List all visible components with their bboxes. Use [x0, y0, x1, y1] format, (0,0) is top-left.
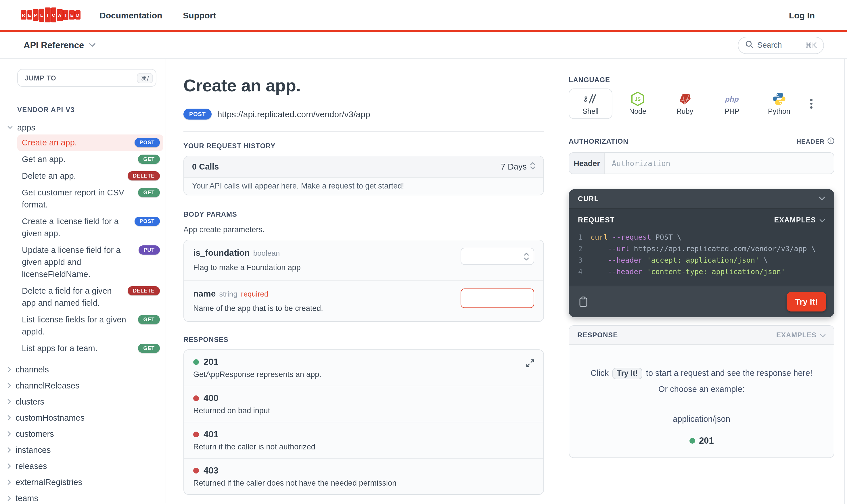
sidebar-group-channelReleases[interactable]: channelReleases: [7, 378, 165, 394]
jump-to-box[interactable]: ⌘/: [17, 69, 156, 87]
sidebar-endpoint-item[interactable]: Delete an app.DELETE: [17, 168, 163, 184]
sidebar-group-customHostnames[interactable]: customHostnames: [7, 410, 165, 426]
group-label: clusters: [16, 397, 44, 406]
main-column: Create an app. POST https://api.replicat…: [166, 59, 557, 503]
language-option-php[interactable]: php PHP: [710, 89, 754, 119]
chevron-down-icon: [819, 216, 825, 224]
name-param-input[interactable]: [461, 288, 534, 308]
endpoint-url-row: POST https://api.replicated.com/vendor/v…: [183, 109, 544, 120]
sidebar-endpoint-item[interactable]: Delete a field for a given app and named…: [17, 283, 163, 311]
try-it-button[interactable]: Try It!: [786, 292, 826, 311]
response-row-201[interactable]: 201GetAppResponse represents an app.: [184, 350, 543, 385]
method-badge: GET: [138, 315, 160, 324]
error-dot-icon: [193, 432, 199, 437]
method-badge: GET: [138, 155, 160, 164]
param-required-flag: required: [241, 290, 268, 298]
error-dot-icon: [193, 395, 199, 401]
svg-text:JS: JS: [635, 96, 641, 102]
brand-divider: [0, 30, 847, 32]
response-hint-line: Click Try It! to start a request and see…: [583, 368, 820, 379]
body-params-panel: is_foundationboolean Flag to make a Foun…: [183, 240, 544, 322]
authorization-input[interactable]: [605, 153, 834, 174]
log-in-link[interactable]: Log In: [789, 10, 815, 20]
response-examples-dropdown[interactable]: EXAMPLES: [776, 331, 826, 339]
chevron-down-icon: [820, 331, 826, 339]
response-row-401[interactable]: 401Return if the caller is not authorize…: [184, 422, 543, 458]
code-line: 3 --header 'accept: application/json' \: [575, 255, 825, 266]
chevron-right-icon: [7, 415, 11, 421]
sidebar-group-channels[interactable]: channels: [7, 361, 165, 378]
sidebar-group-externalRegistries[interactable]: externalRegistries: [7, 474, 165, 490]
search-input[interactable]: [757, 41, 797, 50]
page: REPLICATED Documentation Support Log In …: [0, 0, 847, 504]
group-label: teams: [16, 494, 38, 503]
replicated-logo[interactable]: REPLICATED: [21, 6, 81, 23]
example-content-type[interactable]: application/json: [583, 414, 820, 424]
auth-location-badge: HEADER: [796, 138, 825, 145]
sidebar-group-teams[interactable]: teams: [7, 490, 165, 504]
sidebar-endpoint-item[interactable]: List license fields for a given appId.GE…: [17, 311, 163, 340]
language-label: PHP: [725, 107, 739, 115]
language-option-ruby[interactable]: Ruby: [663, 89, 707, 119]
language-option-node[interactable]: JS Node: [616, 89, 659, 119]
language-option-python[interactable]: Python: [757, 89, 801, 119]
updown-chevrons-icon: [530, 162, 535, 171]
line-number: 4: [575, 266, 582, 277]
param-type: string: [219, 290, 237, 298]
info-icon[interactable]: [827, 136, 834, 146]
expand-icon[interactable]: [526, 359, 534, 370]
search-icon: [745, 40, 753, 50]
responses-heading: RESPONSES: [183, 336, 544, 344]
group-label: releases: [16, 462, 47, 471]
request-history-heading: YOUR REQUEST HISTORY: [183, 142, 544, 150]
authorization-header-row: AUTHORIZATION HEADER: [569, 136, 834, 146]
sidebar-endpoint-item[interactable]: Create an app.POST: [17, 134, 163, 151]
group-label: customers: [16, 429, 54, 438]
request-examples-dropdown[interactable]: EXAMPLES: [774, 216, 825, 224]
divider: [183, 131, 544, 131]
sidebar-endpoint-item[interactable]: List apps for a team.GET: [17, 340, 163, 357]
request-history-header: 0 Calls 7 Days: [184, 156, 543, 177]
sidebar-group-clusters[interactable]: clusters: [7, 394, 165, 410]
copy-icon[interactable]: [577, 294, 590, 309]
group-list: channelschannelReleasesclusterscustomHos…: [0, 361, 165, 504]
sidebar-group-apps[interactable]: apps: [7, 123, 165, 132]
more-languages-button[interactable]: [807, 96, 816, 112]
param-description: Name of the app that is to be created.: [193, 304, 452, 313]
hint-text: Click: [590, 368, 608, 378]
nav-link-support[interactable]: Support: [183, 10, 216, 20]
hint-text: to start a request and see the response …: [646, 368, 812, 378]
project-switcher[interactable]: API Reference: [23, 40, 95, 50]
chevron-right-icon: [7, 367, 11, 373]
response-code: 400: [204, 393, 218, 403]
sidebar-endpoint-item[interactable]: Get customer report in CSV format.GET: [17, 184, 163, 213]
endpoint-url: https://api.replicated.com/vendor/v3/app: [217, 109, 370, 119]
top-navbar: REPLICATED Documentation Support Log In: [0, 0, 847, 30]
nav-link-documentation[interactable]: Documentation: [100, 10, 162, 20]
auth-row-label: Header: [569, 153, 605, 174]
sidebar-endpoint-item[interactable]: Update a license field for a given appId…: [17, 242, 163, 283]
response-row-403[interactable]: 403Returned if the caller does not have …: [184, 458, 543, 494]
param-row-is-foundation: is_foundationboolean Flag to make a Foun…: [184, 240, 543, 281]
response-description: Return if the caller is not authorized: [193, 443, 534, 451]
scroll-edge-divider: [844, 59, 845, 504]
responses-panel: 201GetAppResponse represents an app.400R…: [183, 349, 544, 495]
language-option-shell[interactable]: Shell: [569, 89, 612, 119]
group-label: customHostnames: [16, 413, 85, 422]
curl-collapse-header[interactable]: CURL: [569, 189, 834, 209]
jump-to-input[interactable]: [25, 74, 137, 81]
chevron-right-icon: [7, 463, 11, 469]
response-panel-header: RESPONSE EXAMPLES: [569, 326, 834, 345]
is-foundation-select[interactable]: [461, 248, 534, 265]
response-row-400[interactable]: 400Returned on bad input: [184, 385, 543, 422]
sidebar-group-instances[interactable]: instances: [7, 442, 165, 458]
sidebar-endpoint-item[interactable]: Create a license field for a given app.P…: [17, 213, 163, 242]
example-response-code[interactable]: 201: [583, 436, 820, 457]
sidebar-group-releases[interactable]: releases: [7, 458, 165, 474]
history-range-select[interactable]: 7 Days: [501, 162, 535, 171]
logo-letter-tile: E: [27, 10, 32, 20]
search-box[interactable]: ⌘K: [738, 36, 824, 54]
sidebar-group-customers[interactable]: customers: [7, 426, 165, 442]
calls-count: 0 Calls: [192, 162, 219, 171]
sidebar-endpoint-item[interactable]: Get an app.GET: [17, 151, 163, 168]
